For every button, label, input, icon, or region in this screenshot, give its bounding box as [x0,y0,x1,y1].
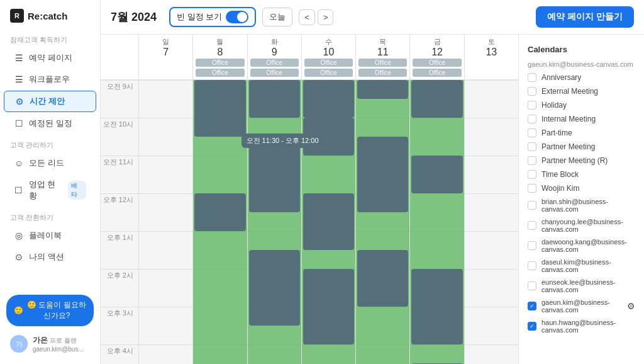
cal-item-label: Partner Meeting (R) [541,156,608,165]
cal-checkbox[interactable] [528,101,536,110]
time-icon: ⊙ [14,96,25,106]
sidebar-item-all-leads[interactable]: ☺ 모든 리드 [4,153,96,173]
hour-cell [139,118,192,156]
time-11am: 오전 11시 [101,156,138,193]
sidebar-bottom: 🙂 🙂 도움이 필요하신가요? 가 가은 프로 플랜 gaeun.kim@bus… [0,288,100,364]
office-badge: Office [250,59,299,67]
time-gutter: 오전 9시 오전 10시 오전 11시 오후 12시 오후 1시 오후 2시 오… [101,80,138,364]
day-header-fri: 금 12 Office Office [409,35,464,79]
sidebar-item-time-suggest[interactable]: ⊙ 시간 제안 [4,91,96,112]
sidebar-item-sales-status[interactable]: ☐ 영업 현황 베타 [4,174,96,206]
cal-item-woojin[interactable]: Woojin Kim [519,181,644,195]
cal-item-external[interactable]: External Meeting [519,84,644,98]
empty-toggle-container[interactable]: 빈 일정 보기 [169,7,256,27]
cal-checkbox[interactable] [528,184,536,193]
scheduled-icon: ☐ [14,118,24,128]
cal-checkbox-checked[interactable]: ✓ [528,322,536,331]
day-header-sat: 토 13 [464,35,518,79]
cal-item-label: daseul.kim@business-canvas.com [541,258,635,273]
section-label-acquire: 잠재고객 획득하기 [0,29,100,47]
sidebar-item-label: 예정된 일정 [29,118,72,129]
date-9: 9 [249,47,300,58]
user-info: 가 가은 프로 플랜 gaeun.kim@bus... [6,330,94,358]
busy-block-thu-2 [357,137,408,212]
hour-cell [465,344,518,364]
cal-item-label: daewoong.kang@business-canvas.com [541,238,635,253]
hour-cell [465,193,518,231]
cal-checkbox[interactable] [528,282,536,290]
cal-checkbox[interactable] [528,115,536,123]
date-11: 11 [357,47,408,58]
cal-item-label: Time Block [541,170,579,179]
calendar-body: 오전 9시 오전 10시 오전 11시 오후 12시 오후 1시 오후 2시 오… [101,80,518,364]
toggle-switch[interactable] [226,11,248,23]
hour-cell [465,156,518,193]
cal-checkbox[interactable] [528,170,536,179]
cal-item-timeblock[interactable]: Time Block [519,168,644,181]
sidebar-item-workflow[interactable]: ☰ 워크플로우 [4,69,96,89]
cal-item-haun[interactable]: ✓ haun.hwang@business-canvas.com [519,316,644,336]
workflow-icon: ☰ [14,74,24,84]
settings-icon[interactable]: ⚙ [627,301,635,311]
cal-checkbox[interactable] [528,128,536,137]
booking-icon: ☰ [14,53,24,63]
cal-checkbox[interactable] [528,221,536,230]
cal-checkbox[interactable] [528,241,536,250]
cal-item-internal[interactable]: Internal Meeting [519,112,644,126]
sidebar-item-scheduled[interactable]: ☐ 예정된 일정 [4,113,96,134]
cal-checkbox[interactable] [528,87,536,96]
cal-item-label: Partner Meeting [541,142,595,151]
cal-item-label: brian.shin@business-canvas.com [541,198,635,213]
cal-owner: gaeun.kim@business-canvas.com [519,58,644,71]
playbook-icon: ◎ [14,230,24,241]
cal-item-daseul[interactable]: daseul.kim@business-canvas.com [519,256,644,276]
busy-block-wed-3 [303,193,354,250]
cal-item-partner-meeting[interactable]: Partner Meeting [519,140,644,154]
toggle-knob [237,12,247,22]
cal-item-daewoong[interactable]: daewoong.kang@business-canvas.com [519,236,644,256]
prev-button[interactable]: < [299,9,315,25]
day-col-sat [464,80,518,364]
cal-item-parttime[interactable]: Part-time [519,126,644,140]
cal-item-gaeun[interactable]: ✓ gaeun.kim@business-canvas.com ⚙ [519,296,644,316]
date-12: 12 [411,47,462,58]
cal-checkbox[interactable] [528,73,536,82]
cal-item-brian[interactable]: brian.shin@business-canvas.com [519,195,644,215]
office-badge: Office [196,69,244,77]
user-text: 가은 프로 플랜 gaeun.kim@bus... [33,335,84,353]
main-content: 7월 2024 빈 일정 보기 오늘 < > 예약 페이지 만들기 일 7 [101,0,644,364]
cal-item-eunseok[interactable]: eunseok.lee@business-canvas.com [519,276,644,296]
today-button[interactable]: 오늘 [262,8,292,26]
sidebar-item-booking-page[interactable]: ☰ 예약 페이지 [4,48,96,68]
cal-item-chanyoung[interactable]: chanyoung.lee@business-canvas.com [519,215,644,236]
date-13: 13 [466,47,517,58]
weekday-thu: 목 [357,37,408,47]
time-3pm: 오후 3시 [101,307,138,344]
available-block-thu[interactable] [356,80,409,364]
day-col-thu [355,80,409,364]
day-header-mon: 월 8 Office Office [192,35,247,79]
cal-checkbox[interactable] [528,142,536,151]
calendar-header: 7월 2024 빈 일정 보기 오늘 < > 예약 페이지 만들기 [101,0,644,35]
office-badges-sat [466,58,517,60]
cal-checkbox-checked[interactable]: ✓ [528,302,536,310]
hour-cell [139,231,192,269]
office-badges-tue: Office Office [249,58,300,79]
cal-item-holiday[interactable]: Holiday [519,98,644,112]
next-button[interactable]: > [318,9,334,25]
cal-item-partner-meeting-r[interactable]: Partner Meeting (R) [519,154,644,168]
help-button[interactable]: 🙂 🙂 도움이 필요하신가요? [6,295,94,326]
cal-checkbox[interactable] [528,261,536,270]
create-booking-button[interactable]: 예약 페이지 만들기 [536,6,634,28]
time-10am: 오전 10시 [101,118,138,156]
cal-checkbox[interactable] [528,201,536,210]
cal-checkbox[interactable] [528,156,536,165]
cal-item-anniversary[interactable]: Anniversary [519,71,644,84]
sidebar-item-my-action[interactable]: ⊙ 나의 액션 [4,247,96,267]
sidebar-item-label: 플레이북 [29,230,62,241]
office-badges-mon: Office Office [194,58,245,79]
day-header-tue: 화 9 Office Office [247,35,301,79]
sidebar-item-playbook[interactable]: ◎ 플레이북 [4,225,96,246]
cal-item-label: Woojin Kim [541,184,579,193]
sidebar-item-label: 모든 리드 [29,157,64,169]
